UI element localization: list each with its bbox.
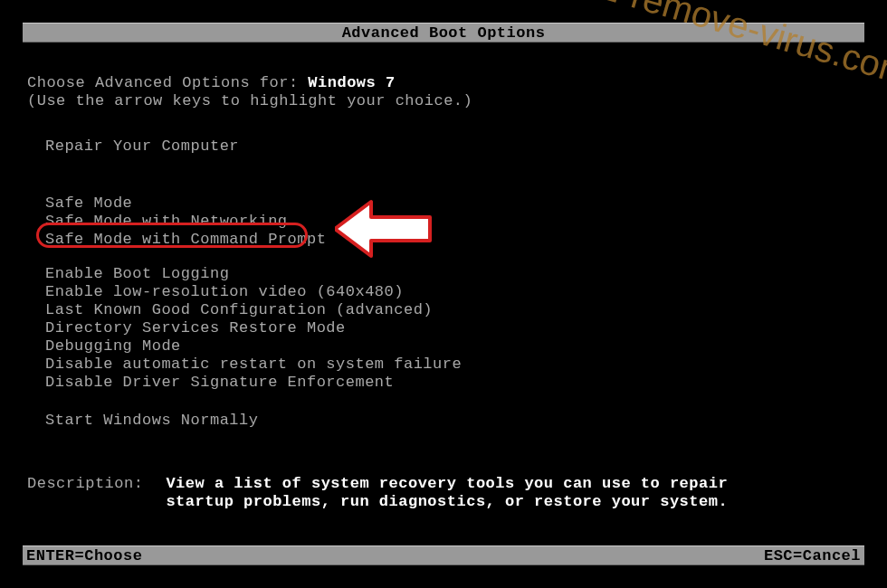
footer-enter-hint: ENTER=Choose — [26, 547, 142, 564]
watermark-text: 2-remove-virus.com — [596, 0, 887, 93]
description-section: Description: View a list of system recov… — [27, 475, 860, 511]
option-disable-auto-restart[interactable]: Disable automatic restart on system fail… — [45, 356, 462, 374]
option-last-known-good[interactable]: Last Known Good Configuration (advanced) — [45, 301, 462, 319]
option-safe-mode-command-prompt[interactable]: Safe Mode with Command Prompt — [45, 231, 326, 249]
option-debugging-mode[interactable]: Debugging Mode — [45, 337, 462, 356]
footer-esc-hint: ESC=Cancel — [764, 547, 861, 564]
option-disable-driver-sig[interactable]: Disable Driver Signature Enforcement — [45, 374, 462, 392]
option-group-misc: Enable Boot Logging Enable low-resolutio… — [45, 265, 462, 392]
option-group-repair: Repair Your Computer — [45, 138, 239, 156]
choose-prefix: Choose Advanced Options for: — [27, 74, 308, 91]
hint-line: (Use the arrow keys to highlight your ch… — [27, 92, 472, 109]
annotation-arrow-icon — [335, 197, 434, 261]
option-ds-restore-mode[interactable]: Directory Services Restore Mode — [45, 319, 462, 337]
option-enable-boot-logging[interactable]: Enable Boot Logging — [45, 265, 462, 283]
title-text: Advanced Boot Options — [342, 24, 546, 42]
description-line-2: startup problems, run diagnostics, or re… — [166, 493, 728, 511]
option-repair-your-computer[interactable]: Repair Your Computer — [45, 138, 239, 156]
option-low-res-video[interactable]: Enable low-resolution video (640x480) — [45, 283, 462, 301]
choose-line: Choose Advanced Options for: Windows 7 — [27, 74, 396, 91]
description-text: View a list of system recovery tools you… — [166, 475, 728, 511]
option-group-start: Start Windows Normally — [45, 412, 258, 430]
description-label: Description: — [27, 475, 143, 511]
os-name: Windows 7 — [308, 74, 395, 91]
option-start-windows-normally[interactable]: Start Windows Normally — [45, 412, 258, 430]
description-line-1: View a list of system recovery tools you… — [166, 475, 728, 493]
option-safe-mode-networking[interactable]: Safe Mode with Networking — [45, 213, 326, 231]
option-safe-mode[interactable]: Safe Mode — [45, 194, 326, 213]
option-group-safe: Safe Mode Safe Mode with Networking Safe… — [45, 194, 326, 249]
footer-bar: ENTER=Choose ESC=Cancel — [23, 545, 864, 565]
